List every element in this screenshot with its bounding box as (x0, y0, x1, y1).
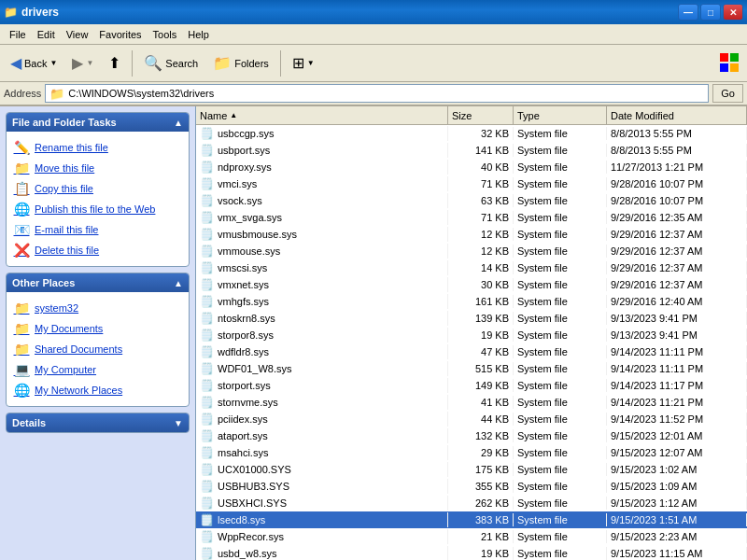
menu-item-tools[interactable]: Tools (148, 27, 183, 42)
file-size-cell: 71 KB (448, 211, 514, 224)
table-row[interactable]: 🗒️ vmxnet.sys 30 KB System file 9/29/201… (196, 276, 747, 293)
table-row[interactable]: 🗒️ storport.sys 149 KB System file 9/14/… (196, 377, 747, 394)
file-date-cell: 9/29/2016 12:35 AM (607, 211, 747, 224)
table-row[interactable]: 🗒️ stornvme.sys 41 KB System file 9/14/2… (196, 394, 747, 411)
address-path: C:\WINDOWS\system32\drivers (68, 88, 214, 99)
forward-dropdown-icon[interactable]: ▼ (86, 59, 93, 67)
file-name-cell: 🗒️ usbport.sys (196, 143, 448, 158)
table-row[interactable]: 🗒️ WppRecor.sys 21 KB System file 9/15/2… (196, 528, 747, 545)
file-size-cell: 12 KB (448, 228, 514, 241)
details-chevron: ▼ (174, 418, 183, 428)
maximize-button[interactable]: □ (700, 4, 721, 21)
other-place-item-2[interactable]: 📁Shared Documents (10, 339, 185, 359)
file-name-cell: 🗒️ storport.sys (196, 378, 448, 393)
file-name-cell: 🗒️ wdfldr8.sys (196, 344, 448, 359)
table-row[interactable]: 🗒️ ntoskrn8.sys 139 KB System file 9/13/… (196, 310, 747, 327)
table-row[interactable]: 🗒️ lsecd8.sys 383 KB System file 9/15/20… (196, 511, 747, 528)
file-task-item-2[interactable]: 📋Copy this file (10, 178, 185, 199)
file-date-cell: 8/8/2013 5:55 PM (607, 144, 747, 157)
menu-item-edit[interactable]: Edit (32, 27, 61, 42)
file-type-icon: 🗒️ (200, 278, 214, 291)
file-task-item-4[interactable]: 📧E-mail this file (10, 219, 185, 240)
table-row[interactable]: 🗒️ usbport.sys 141 KB System file 8/8/20… (196, 142, 747, 159)
table-row[interactable]: 🗒️ WDF01_W8.sys 515 KB System file 9/14/… (196, 360, 747, 377)
other-place-item-4[interactable]: 🌐My Network Places (10, 380, 185, 400)
file-type-icon: 🗒️ (200, 413, 214, 426)
table-row[interactable]: 🗒️ vsock.sys 63 KB System file 9/28/2016… (196, 192, 747, 209)
file-size-cell: 383 KB (448, 513, 514, 526)
other-place-item-3[interactable]: 💻My Computer (10, 359, 185, 380)
table-row[interactable]: 🗒️ usbd_w8.sys 19 KB System file 9/15/20… (196, 545, 747, 560)
file-type-cell: System file (514, 497, 607, 510)
file-size-cell: 161 KB (448, 295, 514, 308)
table-row[interactable]: 🗒️ vmscsi.sys 14 KB System file 9/29/201… (196, 259, 747, 276)
minimize-button[interactable]: — (678, 4, 698, 21)
col-date[interactable]: Date Modified (607, 106, 747, 124)
table-row[interactable]: 🗒️ storpor8.sys 19 KB System file 9/13/2… (196, 327, 747, 343)
file-type-cell: System file (514, 261, 607, 274)
other-place-item-1[interactable]: 📁My Documents (10, 318, 185, 339)
place-icon-3: 💻 (14, 362, 29, 377)
window-controls: — □ ✕ (678, 4, 743, 21)
col-name[interactable]: Name ▲ (196, 106, 448, 124)
left-panel: File and Folder Tasks ▲ ✏️Rename this fi… (0, 106, 196, 560)
file-date-cell: 9/13/2023 9:41 PM (607, 329, 747, 342)
other-places-body: 📁system32📁My Documents📁Shared Documents💻… (7, 292, 189, 406)
filelist-header: Name ▲ Size Type Date Modified (196, 106, 747, 125)
forward-button[interactable]: ▶ ▼ (65, 49, 100, 78)
close-button[interactable]: ✕ (723, 4, 743, 21)
file-type-icon: 🗒️ (200, 312, 214, 325)
file-name-cell: 🗒️ lsecd8.sys (196, 512, 448, 527)
separator-1 (132, 50, 133, 77)
menu-item-view[interactable]: View (61, 27, 94, 42)
search-icon: 🔍 (144, 54, 162, 72)
file-type-cell: System file (514, 295, 607, 308)
details-header[interactable]: Details ▼ (7, 413, 189, 432)
file-task-item-5[interactable]: ❌Delete this file (10, 240, 185, 260)
table-row[interactable]: 🗒️ vmci.sys 71 KB System file 9/28/2016 … (196, 175, 747, 192)
file-size-cell: 515 KB (448, 362, 514, 375)
other-places-header[interactable]: Other Places ▲ (7, 273, 189, 292)
file-task-item-0[interactable]: ✏️Rename this file (10, 137, 185, 158)
filelist-body[interactable]: 🗒️ usbccgp.sys 32 KB System file 8/8/201… (196, 125, 747, 560)
menu-item-file[interactable]: File (4, 27, 32, 42)
file-type-icon: 🗒️ (200, 463, 214, 476)
table-row[interactable]: 🗒️ usbccgp.sys 32 KB System file 8/8/201… (196, 125, 747, 142)
file-task-item-1[interactable]: 📁Move this file (10, 158, 185, 178)
file-date-cell: 11/27/2013 1:21 PM (607, 161, 747, 174)
back-dropdown-icon[interactable]: ▼ (49, 59, 57, 67)
table-row[interactable]: 🗒️ vmhgfs.sys 161 KB System file 9/29/20… (196, 293, 747, 310)
table-row[interactable]: 🗒️ ndproxy.sys 40 KB System file 11/27/2… (196, 159, 747, 175)
other-place-item-0[interactable]: 📁system32 (10, 298, 185, 318)
file-type-cell: System file (514, 547, 607, 560)
views-dropdown-icon[interactable]: ▼ (307, 59, 315, 67)
back-button[interactable]: ◀ Back ▼ (4, 49, 63, 78)
file-tasks-label: File and Folder Tasks (12, 117, 117, 128)
table-row[interactable]: 🗒️ vmx_svga.sys 71 KB System file 9/29/2… (196, 209, 747, 226)
address-field[interactable]: 📁 C:\WINDOWS\system32\drivers (45, 84, 709, 103)
table-row[interactable]: 🗒️ vmusbmouse.sys 12 KB System file 9/29… (196, 226, 747, 243)
col-size[interactable]: Size (448, 106, 514, 124)
file-task-item-3[interactable]: 🌐Publish this file to the Web (10, 199, 185, 219)
up-button[interactable]: ⬆ (102, 49, 127, 78)
table-row[interactable]: 🗒️ wdfldr8.sys 47 KB System file 9/14/20… (196, 343, 747, 360)
table-row[interactable]: 🗒️ USBXHCI.SYS 262 KB System file 9/15/2… (196, 495, 747, 511)
menubar: FileEditViewFavoritesToolsHelp (0, 24, 747, 45)
menu-item-favorites[interactable]: Favorites (93, 27, 147, 42)
file-tasks-header[interactable]: File and Folder Tasks ▲ (7, 113, 189, 132)
table-row[interactable]: 🗒️ msahci.sys 29 KB System file 9/15/202… (196, 444, 747, 461)
file-name-cell: 🗒️ vmhgfs.sys (196, 294, 448, 309)
menu-item-help[interactable]: Help (182, 27, 215, 42)
table-row[interactable]: 🗒️ USBHUB3.SYS 355 KB System file 9/15/2… (196, 478, 747, 495)
table-row[interactable]: 🗒️ pciidex.sys 44 KB System file 9/14/20… (196, 411, 747, 427)
other-places-label: Other Places (12, 277, 75, 288)
col-type[interactable]: Type (514, 106, 607, 124)
go-button[interactable]: Go (712, 84, 743, 103)
table-row[interactable]: 🗒️ UCX01000.SYS 175 KB System file 9/15/… (196, 461, 747, 478)
search-button[interactable]: 🔍 Search (137, 49, 204, 78)
views-button[interactable]: ⊞ ▼ (286, 49, 321, 78)
svg-rect-2 (720, 63, 728, 72)
table-row[interactable]: 🗒️ vmmouse.sys 12 KB System file 9/29/20… (196, 243, 747, 259)
folders-button[interactable]: 📁 Folders (206, 49, 275, 78)
table-row[interactable]: 🗒️ ataport.sys 132 KB System file 9/15/2… (196, 427, 747, 444)
